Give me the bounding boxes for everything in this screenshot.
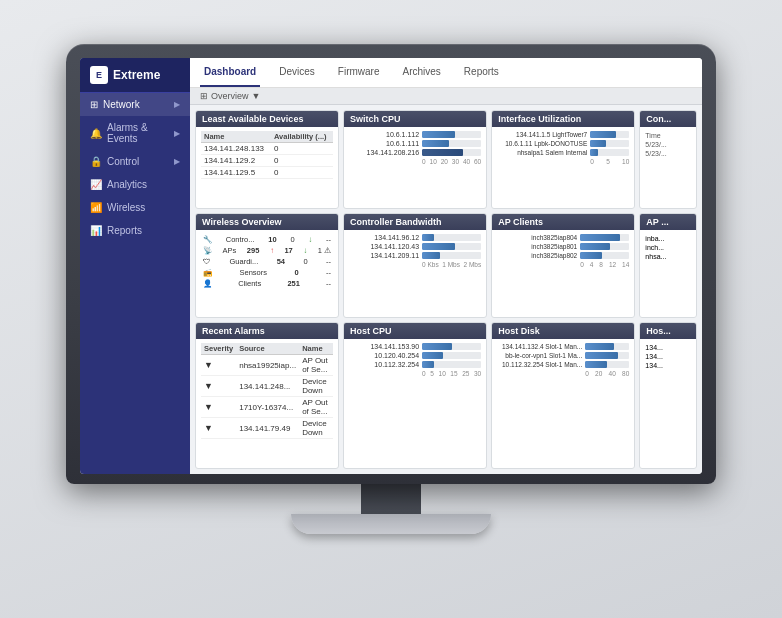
monitor-outer: E Extreme ⊞ Network ▶ 🔔 Alarms & Events (61, 44, 721, 574)
bar-container (422, 131, 481, 138)
arrow-icon: ▶ (174, 100, 180, 109)
widget-body-host-partial: 134... 134... 134... (640, 339, 696, 374)
widget-body-host-disk: 134.141.132.4 Slot-1 Man... bb-le-cor-vp… (492, 339, 634, 381)
wireless-row: 🛡 Guardi... 54 0 -- (201, 256, 333, 267)
bar-container (590, 131, 629, 138)
bar-fill (590, 131, 615, 138)
wireless-row: 📡 APs 295 ↑ 17 ↓ 1 ⚠ (201, 245, 333, 256)
widget-body-controller-bw: 134.141.96.12 134.141.120.43 (344, 230, 486, 272)
alarms-icon: 🔔 (90, 128, 102, 139)
widget-connectivity: Con... Time 5/23/... 5/23/... (639, 110, 697, 209)
bar-container (585, 361, 629, 368)
widget-ap-clients: AP Clients inch3825iap804 inch3825iap801 (491, 213, 635, 319)
monitor-neck (361, 484, 421, 514)
sidebar-logo: E Extreme (80, 58, 190, 93)
bar-container (580, 252, 629, 259)
widget-header-host-cpu: Host CPU (344, 323, 486, 339)
sidebar-item-reports[interactable]: 📊 Reports (80, 219, 190, 242)
sidebar-label-control: Control (107, 156, 139, 167)
col-severity: Severity (201, 343, 236, 355)
widget-interface-util: Interface Utilization 134.141.1.5 LightT… (491, 110, 635, 209)
widget-body-ap-clients: inch3825iap804 inch3825iap801 (492, 230, 634, 272)
bar-container (585, 352, 629, 359)
breadcrumb-text: Overview (211, 91, 249, 101)
bar-container (580, 243, 629, 250)
sidebar-item-network[interactable]: ⊞ Network ▶ (80, 93, 190, 116)
bar-container (422, 252, 481, 259)
bar-fill (580, 243, 609, 250)
wireless-row: 📻 Sensors 0 -- (201, 267, 333, 278)
bar-row: 134.141.96.12 (349, 234, 481, 241)
bar-row: inch3825iap802 (497, 252, 629, 259)
bar-row: 10.6.1.111 (349, 140, 481, 147)
widget-wireless-overview: Wireless Overview 🔧 Contro... 10 0 ↓ -- (195, 213, 339, 319)
col-availability: Availability (...) (271, 131, 333, 143)
bar-row: 134.141.1.5 LightTower7 (497, 131, 629, 138)
col-name: Name (201, 131, 271, 143)
widget-header-connectivity: Con... (640, 111, 696, 127)
widget-header-host-disk: Host Disk (492, 323, 634, 339)
bar-container (580, 234, 629, 241)
bar-fill (422, 361, 434, 368)
widget-body-host-cpu: 134.141.153.90 10.120.40.254 (344, 339, 486, 381)
nav-dashboard[interactable]: Dashboard (200, 58, 260, 87)
bar-axis: 0 20 40 80 (497, 370, 629, 377)
bar-row: 134.141.120.43 (349, 243, 481, 250)
widget-header-ap-clients: AP Clients (492, 214, 634, 230)
bar-fill (585, 343, 614, 350)
top-nav: Dashboard Devices Firmware Archives Repo… (190, 58, 702, 88)
widget-body-connectivity: Time 5/23/... 5/23/... (640, 127, 696, 162)
bar-fill (585, 352, 618, 359)
bar-fill (590, 140, 606, 147)
widget-header-interface-util: Interface Utilization (492, 111, 634, 127)
nav-archives[interactable]: Archives (398, 58, 444, 87)
widget-host-cpu: Host CPU 134.141.153.90 10.120.40.254 (343, 322, 487, 469)
bar-fill (422, 352, 443, 359)
main-content: Dashboard Devices Firmware Archives Repo… (190, 58, 702, 474)
bar-fill (422, 149, 463, 156)
sidebar-item-analytics[interactable]: 📈 Analytics (80, 173, 190, 196)
alarms-table: Severity Source Name ▼ nhsa19925iap... (201, 343, 333, 439)
widget-body-switch-cpu: 10.6.1.112 10.6.1.111 (344, 127, 486, 169)
bar-fill (422, 243, 455, 250)
bar-fill (422, 252, 440, 259)
sidebar-item-alarms[interactable]: 🔔 Alarms & Events ▶ (80, 116, 190, 150)
widget-host-disk: Host Disk 134.141.132.4 Slot-1 Man... bb… (491, 322, 635, 469)
col-name: Name (299, 343, 333, 355)
bar-row: 134.141.132.4 Slot-1 Man... (497, 343, 629, 350)
arrow-icon-control: ▶ (174, 157, 180, 166)
sidebar-item-wireless[interactable]: 📶 Wireless (80, 196, 190, 219)
least-available-table: Name Availability (...) 134.141.248.133 … (201, 131, 333, 179)
monitor-base (291, 514, 491, 534)
sidebar-item-control[interactable]: 🔒 Control ▶ (80, 150, 190, 173)
bar-fill (585, 361, 607, 368)
reports-icon: 📊 (90, 225, 102, 236)
bar-row: 134.141.153.90 (349, 343, 481, 350)
dashboard-grid: Least Available Devices Name Availabilit… (190, 105, 702, 474)
bar-row: 10.112.32.254 (349, 361, 481, 368)
breadcrumb-arrow: ▼ (252, 91, 261, 101)
widget-header-wireless: Wireless Overview (196, 214, 338, 230)
sidebar-label-wireless: Wireless (107, 202, 145, 213)
table-row: ▼ 134.141.79.49 Device Down (201, 418, 333, 439)
bar-row: 10.120.40.254 (349, 352, 481, 359)
bar-container (422, 361, 481, 368)
analytics-icon: 📈 (90, 179, 102, 190)
table-row: ▼ 1710Y-16374... AP Out of Se... (201, 397, 333, 418)
bar-fill (580, 252, 602, 259)
bar-container (585, 343, 629, 350)
bar-axis: 0 5 10 15 25 30 (349, 370, 481, 377)
wireless-row: 👤 Clients 251 -- (201, 278, 333, 289)
sidebar-label-alarms: Alarms & Events (107, 122, 174, 144)
logo-icon: E (90, 66, 108, 84)
widget-header-controller-bw: Controller Bandwidth (344, 214, 486, 230)
bar-row: 10.6.1.11 Lpbk-DONOTUSE (497, 140, 629, 147)
widget-header-host-partial: Hos... (640, 323, 696, 339)
bar-container (422, 140, 481, 147)
network-icon: ⊞ (90, 99, 98, 110)
nav-firmware[interactable]: Firmware (334, 58, 384, 87)
nav-devices[interactable]: Devices (275, 58, 319, 87)
bar-fill (422, 343, 452, 350)
widget-header-switch-cpu: Switch CPU (344, 111, 486, 127)
nav-reports[interactable]: Reports (460, 58, 503, 87)
